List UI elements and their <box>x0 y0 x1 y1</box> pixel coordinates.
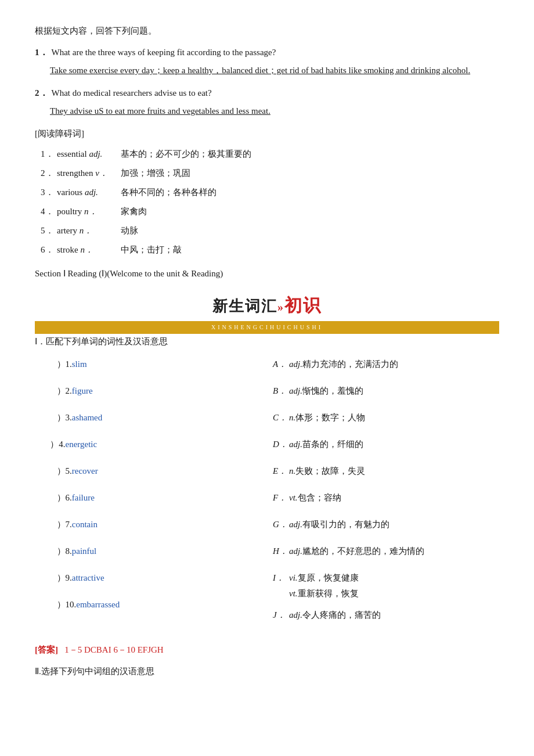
match-num-10: 10. <box>66 597 77 613</box>
match-item-6: ） 6. failure <box>35 490 250 511</box>
vocab-list: 1． essential adj. 基本的；必不可少的；极其重要的 2． str… <box>35 146 499 258</box>
match-item-7: ） 7. contain <box>35 517 250 538</box>
match-option-letter-H: H． <box>273 543 289 559</box>
match-option-F: F． vt.包含；容纳 <box>273 490 499 511</box>
match-paren-8: ） <box>35 543 66 559</box>
match-num-1: 1. <box>66 357 72 372</box>
vocab-meaning-6: 中风；击打；敲 <box>121 242 182 258</box>
vocab-num-2: 2． <box>41 165 57 181</box>
match-option-H: H． adj.尴尬的，不好意思的，难为情的 <box>273 543 499 564</box>
q1-num: 1． <box>35 45 48 60</box>
vocab-num-1: 1． <box>41 146 57 162</box>
match-paren-2: ） <box>35 383 66 399</box>
match-option-letter-D: D． <box>273 437 289 452</box>
match-option-letter-F: F． <box>273 490 289 506</box>
match-option-A: A． adj.精力充沛的，充满活力的 <box>273 357 499 377</box>
match-right-column: A． adj.精力充沛的，充满活力的 B． adj.惭愧的，羞愧的 C． n.体… <box>267 357 499 634</box>
match-word-8: painful <box>72 543 97 559</box>
match-paren-9: ） <box>35 570 66 586</box>
vocab-word-1: essential adj. <box>57 146 121 162</box>
match-word-1: slim <box>72 357 87 372</box>
match-word-7: contain <box>72 517 98 532</box>
match-num-9: 9. <box>66 570 72 586</box>
vocab-item-3: 3． various adj. 各种不同的；各种各样的 <box>41 185 499 200</box>
match-word-5: recover <box>72 463 98 479</box>
page-container: 根据短文内容，回答下列问题。 1． What are the three way… <box>35 23 499 679</box>
q2-text: What do medical researchers advise us to… <box>52 85 212 101</box>
vocab-meaning-2: 加强；增强；巩固 <box>121 165 190 181</box>
vocab-item-1: 1． essential adj. 基本的；必不可少的；极其重要的 <box>41 146 499 162</box>
q1-answer: Take some exercise every day；keep a heal… <box>50 63 499 78</box>
match-word-10: embarrassed <box>76 597 120 613</box>
match-option-pos-D: adj.苗条的，纤细的 <box>289 437 363 452</box>
match-paren-3: ） <box>35 410 66 426</box>
vocab-section-title: [阅读障碍词] <box>35 126 499 142</box>
exercise-II-title-text: Ⅱ.选择下列句中词组的汉语意思 <box>35 667 154 676</box>
match-word-4: energetic <box>66 437 98 452</box>
match-word-9: attractive <box>72 570 104 586</box>
match-option-letter-C: C． <box>273 410 289 426</box>
exercise-I-title: Ⅰ．匹配下列单词的词性及汉语意思 <box>35 334 499 350</box>
match-option-E: E． n.失败；故障，失灵 <box>273 463 499 484</box>
instruction-text: 根据短文内容，回答下列问题。 <box>35 23 499 39</box>
match-option-letter-J: J． <box>273 607 289 623</box>
match-option-pos-F: vt.包含；容纳 <box>289 490 341 506</box>
match-paren-6: ） <box>35 490 66 506</box>
vocab-meaning-1: 基本的；必不可少的；极其重要的 <box>121 146 251 162</box>
new-vocab-prefix: 新生词汇 <box>212 298 277 315</box>
match-option-letter-B: B． <box>273 383 289 399</box>
match-left-column: ） 1. slim ） 2. figure ） 3. ashamed ） 4. <box>35 357 267 634</box>
vocab-word-5: artery n． <box>57 223 121 239</box>
match-num-3: 3. <box>66 410 72 426</box>
match-item-5: ） 5. recover <box>35 463 250 484</box>
match-option-pos-J: adj.令人疼痛的，痛苦的 <box>289 607 381 623</box>
match-option-pos-G: adj.有吸引力的，有魅力的 <box>289 517 389 532</box>
match-item-10: ） 10. embarrassed <box>35 597 250 618</box>
new-vocab-title: 新生词汇»初识 <box>35 290 499 321</box>
match-item-2: ） 2. figure <box>35 383 250 404</box>
answer-label: [答案] <box>35 645 58 654</box>
new-vocab-suffix: 初识 <box>284 296 322 315</box>
match-option-C: C． n.体形；数字；人物 <box>273 410 499 431</box>
match-num-4: 4. <box>59 437 65 452</box>
match-option-pos-E: n.失败；故障，失灵 <box>289 463 365 479</box>
match-num-6: 6. <box>66 490 72 506</box>
q2-num: 2． <box>35 85 48 101</box>
match-option-G: G． adj.有吸引力的，有魅力的 <box>273 517 499 538</box>
vocab-num-6: 6． <box>41 242 57 258</box>
vocab-item-2: 2． strengthen v． 加强；增强；巩固 <box>41 165 499 181</box>
match-item-3: ） 3. ashamed <box>35 410 250 431</box>
vocab-word-2: strengthen v． <box>57 165 121 181</box>
match-item-1: ） 1. slim <box>35 357 250 377</box>
match-paren-10: ） <box>35 597 66 613</box>
match-num-5: 5. <box>66 463 72 479</box>
match-word-3: ashamed <box>72 410 102 426</box>
match-option-J: J． adj.令人疼痛的，痛苦的 <box>273 607 499 628</box>
match-option-B: B． adj.惭愧的，羞愧的 <box>273 383 499 404</box>
match-num-7: 7. <box>66 517 72 532</box>
match-item-8: ） 8. painful <box>35 543 250 564</box>
answer-content: 1－5 DCBAI 6－10 EFJGH <box>60 645 164 654</box>
answer-section: [答案] 1－5 DCBAI 6－10 EFJGH <box>35 642 499 658</box>
match-paren-1: ） <box>35 357 66 372</box>
vocab-meaning-3: 各种不同的；各种各样的 <box>121 185 217 200</box>
match-option-letter-G: G． <box>273 517 289 532</box>
match-option-pos-B: adj.惭愧的，羞愧的 <box>289 383 363 399</box>
vocab-word-6: stroke n． <box>57 242 121 258</box>
vocab-num-3: 3． <box>41 185 57 200</box>
question-2: 2． What do medical researchers advise us… <box>35 85 499 119</box>
match-paren-7: ） <box>35 517 66 532</box>
match-item-4: ） 4. energetic <box>35 437 250 458</box>
question-1: 1． What are the three ways of keeping fi… <box>35 45 499 78</box>
match-word-2: figure <box>72 383 93 399</box>
vocab-word-3: various adj. <box>57 185 121 200</box>
match-option-letter-E: E． <box>273 463 289 479</box>
vocab-item-4: 4． poultry n． 家禽肉 <box>41 204 499 219</box>
new-vocab-arrow: » <box>277 301 284 314</box>
vocab-num-4: 4． <box>41 204 57 219</box>
match-option-pos-I-2: vt.重新获得，恢复 <box>289 589 359 598</box>
match-option-letter-A: A． <box>273 357 289 372</box>
vocab-num-5: 5． <box>41 223 57 239</box>
match-paren-4: ） <box>35 437 59 452</box>
match-option-letter-I: I． <box>273 570 289 586</box>
